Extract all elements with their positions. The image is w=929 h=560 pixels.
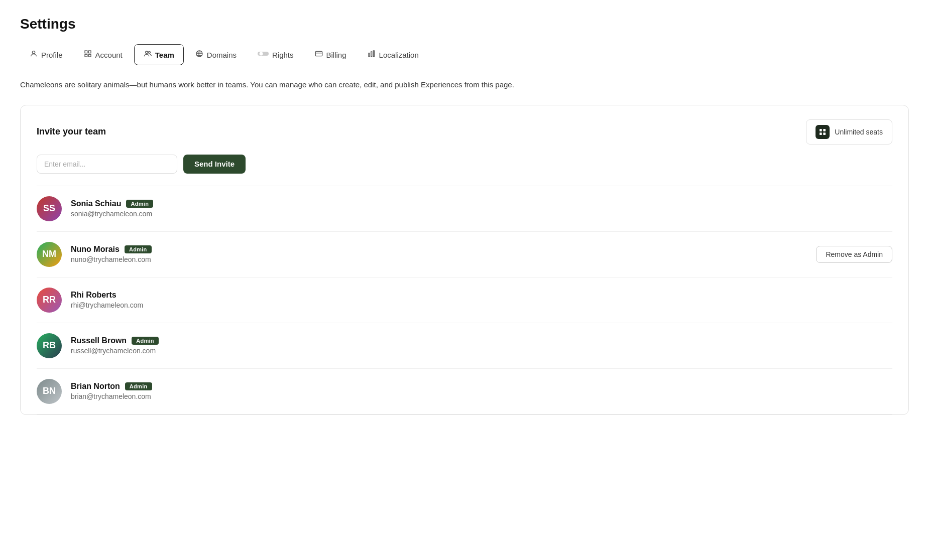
member-name: Brian Norton: [71, 382, 120, 391]
member-info: Sonia Schiau Admin sonia@trychameleon.co…: [71, 199, 892, 218]
avatar: BN: [37, 379, 62, 404]
member-info: Brian Norton Admin brian@trychameleon.co…: [71, 382, 892, 400]
member-info: Rhi Roberts rhi@trychameleon.com: [71, 291, 892, 309]
bar-chart-icon: [368, 50, 376, 60]
tab-team-label: Team: [155, 51, 174, 59]
person-icon: [30, 50, 38, 60]
svg-rect-11: [369, 53, 370, 57]
people-icon: [144, 50, 152, 60]
avatar: RR: [37, 288, 62, 313]
member-name-row: Russell Brown Admin: [71, 336, 892, 345]
svg-rect-17: [824, 132, 826, 135]
member-name: Russell Brown: [71, 336, 127, 345]
svg-rect-15: [824, 129, 826, 131]
svg-rect-1: [85, 51, 87, 53]
tab-team[interactable]: Team: [134, 44, 184, 65]
svg-rect-13: [373, 51, 374, 57]
svg-rect-4: [88, 54, 91, 57]
svg-rect-12: [371, 52, 372, 57]
unlimited-seats-badge: Unlimited seats: [806, 119, 892, 145]
svg-rect-2: [88, 51, 91, 53]
email-input[interactable]: [37, 155, 177, 174]
member-name-row: Brian Norton Admin: [71, 382, 892, 391]
svg-rect-14: [820, 129, 822, 131]
invite-title: Invite your team: [37, 126, 106, 137]
tab-account-label: Account: [95, 51, 123, 59]
tab-localization-label: Localization: [379, 51, 419, 59]
avatar: RB: [37, 333, 62, 358]
grid-icon: [84, 50, 92, 60]
unlimited-seats-label: Unlimited seats: [835, 128, 883, 136]
admin-badge: Admin: [125, 382, 152, 390]
page-title: Settings: [20, 16, 909, 32]
svg-point-9: [260, 52, 263, 56]
tab-profile[interactable]: Profile: [20, 44, 72, 65]
tab-billing[interactable]: Billing: [305, 44, 356, 65]
svg-rect-3: [85, 54, 87, 57]
svg-point-5: [145, 51, 148, 54]
tab-localization[interactable]: Localization: [358, 44, 428, 65]
admin-badge: Admin: [126, 200, 153, 208]
tab-domains-label: Domains: [207, 51, 237, 59]
invite-card: Invite your team Unlimited seats Send In…: [20, 105, 909, 415]
svg-rect-16: [820, 132, 822, 135]
tab-billing-label: Billing: [326, 51, 346, 59]
member-name-row: Rhi Roberts: [71, 291, 892, 300]
member-info: Russell Brown Admin russell@trychameleon…: [71, 336, 892, 355]
member-name: Rhi Roberts: [71, 291, 117, 300]
admin-badge: Admin: [125, 245, 152, 253]
remove-admin-button[interactable]: Remove as Admin: [816, 246, 892, 263]
tab-profile-label: Profile: [41, 51, 63, 59]
page-description: Chameleons are solitary animals—but huma…: [20, 79, 909, 91]
svg-point-6: [148, 51, 150, 53]
seats-icon: [816, 125, 830, 139]
tab-domains[interactable]: Domains: [186, 44, 246, 65]
member-email: brian@trychameleon.com: [71, 392, 892, 400]
member-list: SS Sonia Schiau Admin sonia@trychameleon…: [37, 186, 892, 414]
member-name-row: Sonia Schiau Admin: [71, 199, 892, 208]
avatar: NM: [37, 242, 62, 267]
send-invite-button[interactable]: Send Invite: [183, 155, 246, 174]
member-email: sonia@trychameleon.com: [71, 210, 892, 218]
toggle-icon: [258, 50, 269, 59]
globe-icon: [195, 50, 203, 60]
member-name: Nuno Morais: [71, 245, 120, 254]
member-email: rhi@trychameleon.com: [71, 301, 892, 309]
member-email: nuno@trychameleon.com: [71, 255, 816, 263]
tab-rights[interactable]: Rights: [248, 44, 303, 65]
svg-rect-8: [258, 52, 269, 56]
invite-form: Send Invite: [37, 155, 892, 174]
invite-header: Invite your team Unlimited seats: [37, 119, 892, 145]
svg-point-0: [32, 51, 35, 54]
member-name-row: Nuno Morais Admin: [71, 245, 816, 254]
member-row: NM Nuno Morais Admin nuno@trychameleon.c…: [37, 232, 892, 277]
admin-badge: Admin: [132, 337, 159, 345]
member-email: russell@trychameleon.com: [71, 347, 892, 355]
member-row: RR Rhi Roberts rhi@trychameleon.com: [37, 277, 892, 323]
card-icon: [315, 50, 323, 60]
tab-account[interactable]: Account: [74, 44, 132, 65]
member-info: Nuno Morais Admin nuno@trychameleon.com: [71, 245, 816, 263]
member-row: SS Sonia Schiau Admin sonia@trychameleon…: [37, 186, 892, 232]
member-name: Sonia Schiau: [71, 199, 121, 208]
member-row: BN Brian Norton Admin brian@trychameleon…: [37, 369, 892, 414]
tab-rights-label: Rights: [272, 51, 294, 59]
avatar: SS: [37, 196, 62, 221]
member-row: RB Russell Brown Admin russell@trychamel…: [37, 323, 892, 369]
svg-rect-10: [315, 51, 322, 56]
nav-tabs: Profile Account Team Domains Rights Bill…: [20, 44, 909, 65]
